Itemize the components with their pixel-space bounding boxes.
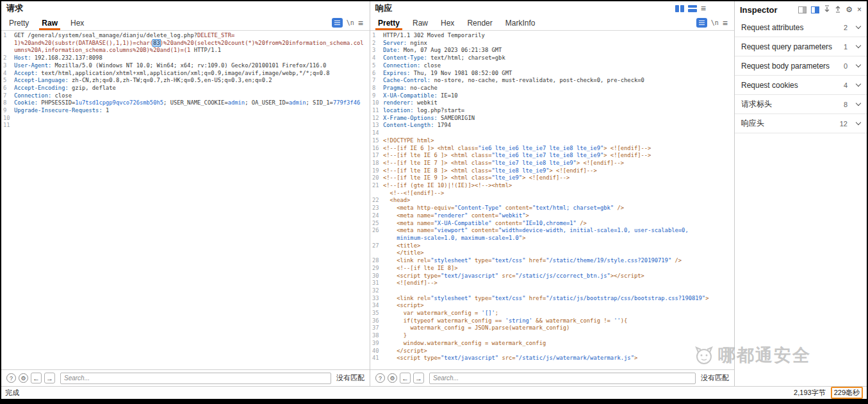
code-text: 1)%20and%20(substr(DATABASE(),1,1))=char… — [14, 40, 370, 47]
line-number: 10 — [370, 99, 383, 107]
code-text: <!--[if lte IE 7 ]> <html class="lte_ie7… — [383, 160, 734, 167]
code-line: 6Accept-Encoding: gzip, deflate — [1, 85, 370, 92]
code-line: 23 <meta http-equiv="Content-Type" conte… — [370, 205, 734, 212]
code-line: 7Cache-Control: no-store, no-cache, must… — [370, 77, 734, 85]
response-viewer[interactable]: 1HTTP/1.1 302 Moved Temporarily2Server: … — [370, 31, 734, 369]
tab-pretty[interactable]: Pretty — [372, 15, 406, 30]
newline-toggle-icon[interactable]: \n — [347, 19, 354, 26]
search-input[interactable] — [60, 373, 331, 384]
code-text — [14, 115, 370, 122]
no-match-label: 没有匹配 — [336, 373, 364, 383]
inspector-section-count: 1 — [844, 43, 856, 51]
inspector-pane-icon[interactable] — [811, 6, 819, 13]
search-next-button[interactable]: → — [44, 373, 55, 383]
tab-markinfo[interactable]: MarkInfo — [499, 15, 542, 30]
line-number: 21 — [370, 182, 383, 197]
inspector-section[interactable]: 请求标头8 — [735, 95, 867, 114]
search-prev-button[interactable]: ← — [31, 373, 42, 383]
no-match-label: 没有匹配 — [701, 373, 729, 383]
layout-rows-icon[interactable] — [688, 5, 697, 12]
code-line: 24 <meta name="renderer" content="webkit… — [370, 212, 734, 220]
line-number: 4 — [370, 55, 383, 62]
line-number: 35 — [370, 310, 383, 317]
line-number: 5 — [1, 77, 14, 85]
search-prev-button[interactable]: ← — [400, 373, 411, 383]
code-text: watermark_config = JSON.parse(watermark_… — [383, 324, 734, 332]
line-number: 23 — [370, 205, 383, 212]
code-line: 27 <title> </title> — [370, 242, 734, 257]
line-number: 29 — [370, 265, 383, 273]
code-line: 3User-Agent: Mozilla/5.0 (Windows NT 10.… — [1, 62, 370, 70]
request-tab-bar: PrettyRawHex \n ≡ — [1, 15, 370, 31]
inspector-dock-icon[interactable] — [798, 6, 807, 13]
code-text: Accept-Language: zh-CN,zh;q=0.8,zh-TW;q=… — [14, 77, 370, 85]
code-line: 1GET /general/system/seal_manage/dianju/… — [1, 32, 370, 40]
search-next-button[interactable]: → — [413, 373, 424, 383]
tab-hex[interactable]: Hex — [434, 15, 461, 30]
collapse-all-icon[interactable] — [835, 5, 841, 14]
layout-columns-icon[interactable] — [675, 5, 684, 12]
tab-hex[interactable]: Hex — [64, 15, 90, 30]
line-number: 18 — [370, 160, 383, 167]
tab-pretty[interactable]: Pretty — [3, 15, 35, 30]
response-editor-toolbar: \n ≡ — [696, 15, 733, 30]
layout-menu-icon[interactable]: ≡ — [701, 4, 706, 13]
code-line: 22 <head> — [370, 197, 734, 205]
code-text: Expires: Thu, 19 Nov 1981 08:52:00 GMT — [383, 70, 734, 78]
line-number: 17 — [370, 152, 383, 160]
tab-render[interactable]: Render — [461, 15, 498, 30]
inspector-section-label: Request body parameters — [741, 62, 830, 71]
line-number: 5 — [370, 62, 383, 70]
line-number: 15 — [370, 137, 383, 145]
line-number: 37 — [370, 324, 383, 332]
search-settings-icon[interactable]: ⚙ — [19, 373, 28, 383]
code-text: Cookie: PHPSESSID=1u7tsd1cpgp9qvco726smb… — [14, 99, 370, 107]
line-number: 31 — [370, 280, 383, 287]
inspector-section[interactable]: Request body parameters0 — [735, 56, 867, 76]
code-line: 25 <meta name="X-UA-Compatible" content=… — [370, 220, 734, 228]
inspector-settings-icon[interactable]: ⚙ — [846, 6, 853, 13]
inspector-section-count: 0 — [844, 62, 856, 70]
request-editor[interactable]: 1GET /general/system/seal_manage/dianju/… — [1, 31, 370, 369]
code-line: 37 watermark_config = JSON.parse(waterma… — [370, 324, 734, 332]
code-line: 40 </script> — [370, 348, 734, 355]
line-number: 33 — [370, 295, 383, 303]
response-panel-header: 响应 ≡ — [370, 1, 734, 15]
code-text: <meta http-equiv="Content-Type" content=… — [383, 205, 734, 212]
search-settings-icon[interactable]: ⚙ — [388, 373, 397, 383]
tab-raw[interactable]: Raw — [406, 15, 434, 30]
inspector-section[interactable]: Request query parameters1 — [735, 37, 867, 56]
code-text: <link rel="stylesheet" type="text/css" h… — [383, 257, 734, 265]
expand-all-icon[interactable] — [824, 5, 830, 14]
search-help-icon[interactable]: ? — [6, 373, 16, 383]
line-number: 2 — [370, 40, 383, 47]
code-line: 12X-Frame-Options: SAMEORIGIN — [370, 115, 734, 122]
code-line: 10 — [1, 115, 370, 122]
line-number: 4 — [1, 70, 14, 78]
inspector-section[interactable]: Request cookies4 — [735, 76, 867, 95]
editor-menu-icon[interactable]: ≡ — [723, 19, 728, 28]
inspector-section[interactable]: Request attributes2 — [735, 18, 867, 37]
inspector-section[interactable]: 响应头12 — [735, 114, 867, 133]
code-text: Content-Length: 1794 — [383, 122, 734, 130]
tab-raw[interactable]: Raw — [35, 15, 64, 30]
wrap-toggle-icon[interactable] — [696, 18, 707, 28]
search-input[interactable] — [429, 373, 696, 384]
newline-toggle-icon[interactable]: \n — [711, 19, 719, 26]
request-editor-toolbar: \n ≡ — [332, 15, 368, 30]
code-line: 17<!--[if lte IE 6 ]> <html class="lte_i… — [370, 152, 734, 160]
line-number: 7 — [370, 77, 383, 85]
line-number: 11 — [1, 122, 14, 130]
inspector-sections: Request attributes2Request query paramet… — [735, 18, 867, 133]
editor-menu-icon[interactable]: ≡ — [358, 19, 363, 28]
line-number: 14 — [370, 130, 383, 137]
code-text: <!--[if (gte IE 10)|!(IE)]><!--><html> <… — [383, 182, 734, 197]
code-line: 29 <!--[if lte IE 8]> — [370, 265, 734, 273]
code-line: 21<!--[if (gte IE 10)|!(IE)]><!--><html>… — [370, 182, 734, 197]
code-text: <script type="text/javascript" src="/sta… — [383, 355, 734, 362]
wrap-toggle-icon[interactable] — [332, 18, 343, 28]
search-help-icon[interactable]: ? — [375, 373, 385, 383]
line-number: 12 — [370, 115, 383, 122]
code-line: 9X-UA-Compatible: IE=10 — [370, 92, 734, 100]
inspector-close-icon[interactable]: × — [857, 6, 862, 13]
